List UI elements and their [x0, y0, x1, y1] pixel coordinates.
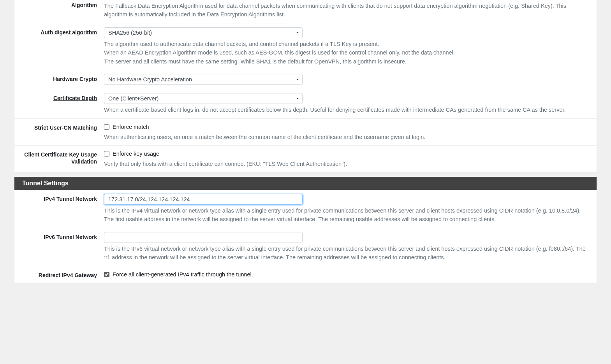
- cert-depth-select[interactable]: One (Client+Server): [104, 93, 303, 104]
- redirect-v4-check-label[interactable]: Force all client-generated IPv4 traffic …: [113, 271, 253, 278]
- label-cert-depth: Certificate Depth: [14, 93, 104, 114]
- redirect-v4-checkbox[interactable]: [104, 272, 109, 277]
- help-ipv6-tunnel: This is the IPv6 virtual network or netw…: [104, 244, 589, 262]
- row-algorithm: Algorithm The Fallback Data Encryption A…: [14, 0, 597, 23]
- tunnel-settings-heading: Tunnel Settings: [14, 177, 597, 190]
- row-auth-digest: Auth digest algorithm SHA256 (256-bit) T…: [14, 23, 597, 70]
- row-strict-user-cn: Strict User-CN Matching Enforce match Wh…: [14, 119, 597, 146]
- cckuv-check-label[interactable]: Enforce key usage: [113, 151, 159, 157]
- help-strict-user-cn: When authenticating users, enforce a mat…: [104, 133, 589, 141]
- label-strict-user-cn: Strict User-CN Matching: [14, 123, 104, 141]
- crypto-settings-panel: Algorithm The Fallback Data Encryption A…: [14, 0, 597, 173]
- auth-digest-select[interactable]: SHA256 (256-bit): [104, 27, 303, 38]
- ipv4-tunnel-input[interactable]: [104, 194, 303, 205]
- tunnel-settings-panel: Tunnel Settings IPv4 Tunnel Network This…: [14, 177, 597, 283]
- label-algorithm: Algorithm: [14, 0, 104, 19]
- cckuv-checkbox[interactable]: [104, 151, 109, 157]
- row-cckuv: Client Certificate Key Usage Validation …: [14, 146, 597, 172]
- label-ipv4-tunnel: IPv4 Tunnel Network: [14, 194, 104, 224]
- label-cckuv: Client Certificate Key Usage Validation: [14, 149, 104, 168]
- label-redirect-v4: Redirect IPv4 Gateway: [14, 270, 104, 279]
- help-cckuv: Verify that only hosts with a client cer…: [104, 160, 589, 168]
- row-hardware-crypto: Hardware Crypto No Hardware Crypto Accel…: [14, 70, 597, 89]
- label-auth-digest: Auth digest algorithm: [14, 27, 104, 66]
- label-ipv6-tunnel: IPv6 Tunnel Network: [14, 232, 104, 262]
- strict-user-cn-check-label[interactable]: Enforce match: [113, 124, 149, 130]
- ipv6-tunnel-input[interactable]: [104, 232, 303, 243]
- hardware-crypto-select[interactable]: No Hardware Crypto Acceleration: [104, 74, 303, 85]
- help-algorithm: The Fallback Data Encryption Algorithm u…: [104, 2, 589, 19]
- help-cert-depth: When a certificate-based client logs in,…: [104, 106, 589, 114]
- strict-user-cn-checkbox[interactable]: [104, 124, 109, 130]
- row-redirect-v4: Redirect IPv4 Gateway Force all client-g…: [14, 266, 597, 283]
- help-ipv4-tunnel: This is the IPv4 virtual network or netw…: [104, 206, 589, 224]
- row-ipv4-tunnel: IPv4 Tunnel Network This is the IPv4 vir…: [14, 190, 597, 228]
- row-cert-depth: Certificate Depth One (Client+Server) Wh…: [14, 89, 597, 118]
- help-auth-digest: The algorithm used to authenticate data …: [104, 40, 589, 66]
- label-hardware-crypto: Hardware Crypto: [14, 74, 104, 85]
- row-ipv6-tunnel: IPv6 Tunnel Network This is the IPv6 vir…: [14, 228, 597, 266]
